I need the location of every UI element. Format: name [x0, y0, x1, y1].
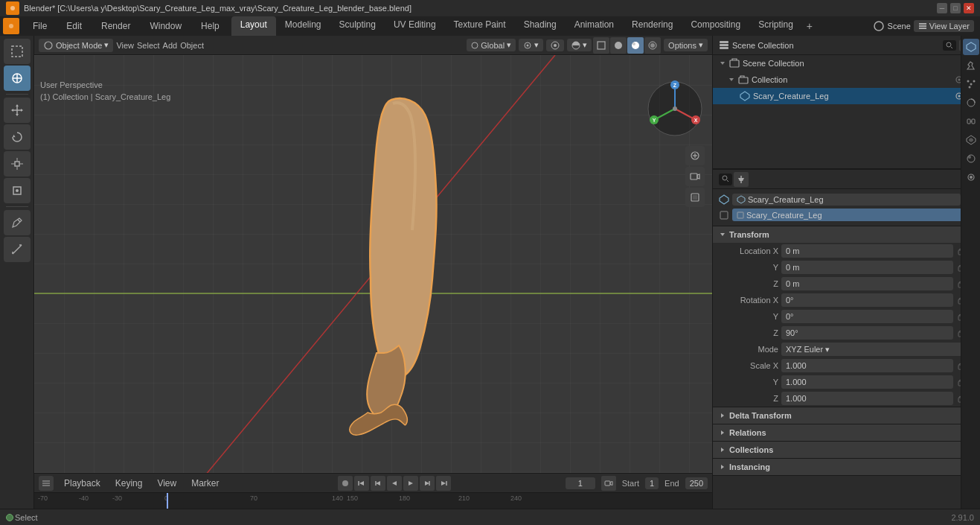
rotation-x-label: Rotation X	[719, 296, 778, 305]
prop-icon-object[interactable]	[963, 39, 979, 55]
prop-icon-visibility[interactable]	[963, 169, 979, 185]
menu-edit[interactable]: Edit	[57, 18, 91, 34]
tab-texture-paint[interactable]: Texture Paint	[445, 16, 515, 36]
location-y-value[interactable]: 0 m	[781, 261, 953, 274]
tab-shading[interactable]: Shading	[515, 16, 566, 36]
next-keyframe[interactable]	[420, 476, 435, 491]
tab-uv-editing[interactable]: UV Editing	[385, 16, 445, 36]
end-frame[interactable]: 250	[685, 477, 708, 489]
tool-measure[interactable]	[4, 237, 31, 262]
wireframe-mode[interactable]	[593, 37, 609, 54]
tab-layout[interactable]: Layout	[231, 16, 276, 36]
outliner-collection[interactable]: Collection	[713, 71, 980, 88]
marker-menu[interactable]: Marker	[187, 477, 223, 490]
location-x-value[interactable]: 0 m	[781, 244, 953, 258]
tool-transform[interactable]	[4, 178, 31, 203]
scale-x-value[interactable]: 1.000	[781, 359, 953, 372]
navigation-gizmo[interactable]: Z X Y	[645, 79, 705, 139]
view-menu[interactable]: View	[116, 41, 134, 50]
play-button[interactable]	[403, 476, 418, 491]
properties-search[interactable]	[719, 174, 732, 185]
mesh-dropdown[interactable]: Scary_Creature_Leg ▾	[732, 209, 974, 221]
window-controls[interactable]: ─ □ ✕	[937, 3, 974, 13]
keying-menu[interactable]: Keying	[111, 477, 147, 490]
view-layer-dropdown[interactable]: View Layer	[914, 20, 974, 32]
menu-render[interactable]: Render	[92, 18, 139, 34]
tool-scale[interactable]	[4, 151, 31, 176]
snap-button[interactable]: ▾	[519, 39, 543, 51]
object-name-field[interactable]: Scary_Creature_Leg	[732, 194, 961, 206]
play-reverse[interactable]	[387, 476, 402, 491]
collections-header[interactable]: Collections	[713, 442, 980, 458]
record-button[interactable]	[338, 476, 353, 491]
tool-annotate[interactable]	[4, 210, 31, 235]
transform-dropdown[interactable]: Global▾	[467, 39, 516, 51]
outliner-scene-collection[interactable]: Scene Collection	[713, 55, 980, 71]
rotation-y-value[interactable]: 0°	[781, 310, 953, 323]
menu-window[interactable]: Window	[141, 18, 190, 34]
current-frame[interactable]: 1	[566, 477, 595, 489]
select-menu[interactable]: Select	[137, 41, 160, 50]
tool-move[interactable]	[4, 98, 31, 123]
instancing-header[interactable]: Instancing	[713, 459, 980, 475]
prop-icon-modifier[interactable]	[963, 57, 979, 74]
tool-cursor[interactable]	[4, 66, 31, 91]
3d-viewport[interactable]: Object Mode ▾ View Select Add Object Glo…	[34, 36, 712, 473]
delta-transform-header[interactable]: Delta Transform	[713, 407, 980, 424]
object-mode-dropdown[interactable]: Object Mode ▾	[39, 39, 113, 52]
solid-mode[interactable]	[610, 37, 627, 54]
tab-sculpting[interactable]: Sculpting	[330, 16, 385, 36]
scene-name[interactable]: Scene	[888, 22, 911, 31]
tab-compositing[interactable]: Compositing	[682, 16, 749, 36]
start-frame[interactable]: 1	[645, 477, 659, 489]
prop-icon-constraints[interactable]	[963, 113, 979, 130]
minimize-button[interactable]: ─	[937, 3, 947, 13]
maximize-button[interactable]: □	[950, 3, 961, 13]
ruler-mark-9: 240	[510, 494, 522, 502]
tab-rendering[interactable]: Rendering	[623, 16, 682, 36]
render-region[interactable]	[685, 188, 705, 207]
jump-to-start[interactable]	[354, 476, 369, 491]
rotation-x-value[interactable]: 0°	[781, 293, 953, 307]
outliner-object[interactable]: Scary_Creature_Leg	[713, 88, 980, 104]
prop-icon-particles[interactable]	[963, 76, 979, 92]
svg-point-55	[673, 106, 677, 111]
tool-rotate[interactable]	[4, 124, 31, 150]
camera-view[interactable]	[685, 167, 705, 186]
prev-keyframe[interactable]	[371, 476, 385, 491]
prop-icon-physics[interactable]	[963, 95, 979, 111]
playback-menu[interactable]: Playback	[60, 477, 105, 490]
zoom-to-fit[interactable]	[685, 146, 705, 165]
rotation-mode-value[interactable]: XYZ Euler ▾	[781, 343, 974, 356]
close-button[interactable]: ✕	[964, 3, 974, 13]
timeline-type-icon[interactable]	[39, 476, 54, 491]
location-z-value[interactable]: 0 m	[781, 277, 953, 290]
rotation-z-value[interactable]: 90°	[781, 326, 953, 340]
scale-y-value[interactable]: 1.000	[781, 375, 953, 389]
transform-section-header[interactable]: Transform	[713, 226, 980, 243]
viewport-canvas[interactable]: User Perspective (1) Collection | Scary_…	[34, 55, 712, 473]
menu-file[interactable]: File	[24, 18, 56, 34]
add-workspace-button[interactable]: +	[802, 16, 817, 36]
tab-modeling[interactable]: Modeling	[276, 16, 330, 36]
prop-icon-material[interactable]	[963, 150, 979, 167]
options-dropdown[interactable]: Options▾	[664, 39, 708, 51]
svg-marker-133	[967, 42, 976, 51]
proportional-edit[interactable]	[546, 39, 564, 51]
tab-scripting[interactable]: Scripting	[749, 16, 802, 36]
outliner-search[interactable]	[943, 40, 956, 51]
overlay-button[interactable]: ▾	[567, 39, 592, 51]
object-menu[interactable]: Object	[180, 41, 204, 50]
add-menu[interactable]: Add	[163, 41, 178, 50]
rendered-mode[interactable]	[644, 37, 661, 54]
tool-select[interactable]	[4, 39, 31, 64]
scale-z-value[interactable]: 1.000	[781, 392, 953, 405]
material-mode[interactable]	[627, 37, 644, 54]
relations-header[interactable]: Relations	[713, 424, 980, 441]
menu-help[interactable]: Help	[192, 18, 228, 34]
view-menu-timeline[interactable]: View	[153, 477, 181, 490]
prop-icon-data[interactable]	[963, 132, 979, 148]
tab-animation[interactable]: Animation	[566, 16, 623, 36]
pin-button[interactable]	[734, 172, 749, 187]
jump-to-end[interactable]	[436, 476, 451, 491]
